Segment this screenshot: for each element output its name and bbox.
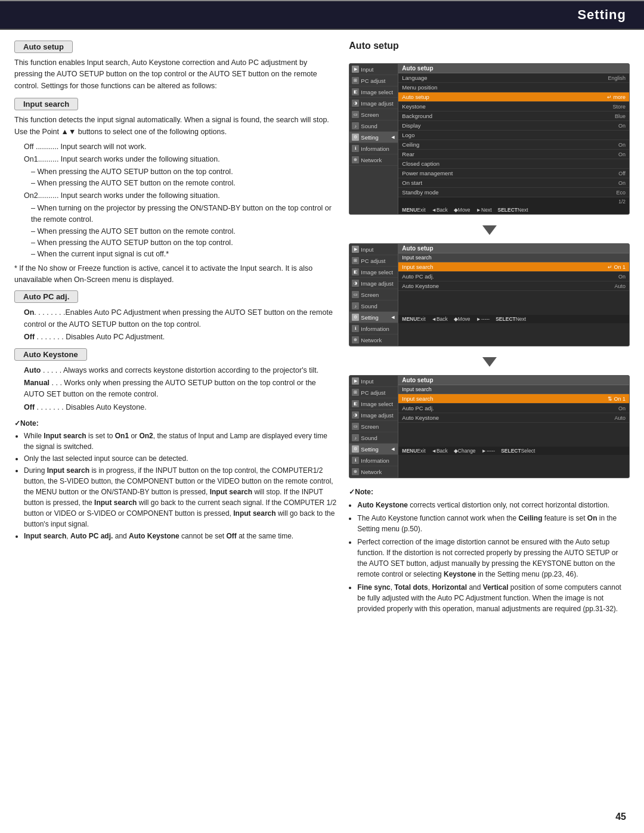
note-item-1: While Input search is set to On1 or On2,… — [24, 431, 337, 452]
auto-keystone-auto-line: Auto . . . . . Always works and corrects… — [24, 365, 337, 376]
sound3-icon: ♪ — [352, 434, 359, 441]
off-line: Off ........... Input search will not wo… — [24, 141, 337, 153]
note-label: ✓Note: — [14, 418, 337, 429]
ui-main-header-1: Auto setup — [398, 64, 629, 73]
network3-icon: ⊕ — [352, 468, 359, 475]
sidebar3-item-screen: ▭ Screen — [349, 421, 398, 432]
sidebar-item-imageselect: ◧ Image select — [349, 86, 398, 98]
auto-keystone-manual-line: Manual . . . Works only when pressing th… — [24, 377, 337, 401]
row-display: DisplayOn — [398, 121, 629, 131]
screen2-icon: ▭ — [352, 291, 359, 298]
sound-icon: ♪ — [352, 122, 359, 129]
right-note-2: The Auto Keystone function cannot work w… — [357, 513, 630, 534]
imageadjust-icon: ◑ — [352, 100, 359, 107]
setting3-icon: ⚙ — [352, 445, 359, 453]
left-column: Auto setup This function enables Input s… — [14, 41, 337, 617]
screen-icon: ▭ — [352, 111, 359, 118]
row-onstart: On startOn — [398, 178, 629, 188]
input-icon: ▶ — [352, 66, 359, 73]
arrow-down-2 — [482, 357, 497, 367]
sidebar-item-sound: ♪ Sound — [349, 120, 398, 132]
sidebar2-item-imageselect: ◧ Image select — [349, 267, 398, 278]
ui-panel-2: ▶ Input ⊞ PC adjust ◧ Image select ◑ Ima… — [349, 243, 630, 346]
sidebar-item-setting: ⚙ Setting ◄ — [349, 132, 398, 143]
page-number: 45 — [615, 812, 626, 822]
sidebar-item-input: ▶ Input — [349, 64, 398, 75]
on1-bullet-2: – When pressing the AUTO SET button on t… — [31, 178, 337, 189]
row-powermanagement: Power managementOff — [398, 169, 629, 178]
input-search-badge: Input search — [14, 98, 78, 110]
imageselect2-icon: ◧ — [352, 268, 359, 275]
on2-bullet-3: – When pressing the AUTO SETUP button on… — [31, 237, 337, 249]
row-autosetup: Auto setup↵ more — [398, 92, 629, 102]
sidebar-item-imageadjust: ◑ Image adjust — [349, 98, 398, 109]
sidebar2-item-information: ℹ Information — [349, 323, 398, 335]
ui-bottom-bar-3: MENUExit ◄Back ◆Change ►----- SELECTSele… — [398, 447, 629, 455]
right-auto-setup-title: Auto setup — [349, 41, 630, 51]
auto-keystone-off-line: Off . . . . . . . Disables Auto Keystone… — [24, 402, 337, 413]
sub-header-3: Input search — [398, 385, 629, 394]
row2-autopcadj: Auto PC adj.On — [398, 272, 629, 281]
sidebar2-item-input: ▶ Input — [349, 244, 398, 255]
row2-inputsearch: Input search↵ On 1 — [398, 262, 629, 272]
ui-main-header-3: Auto setup — [398, 376, 629, 385]
imageselect3-icon: ◧ — [352, 400, 359, 407]
row-background: BackgroundBlue — [398, 112, 629, 121]
on1-line: On1.......... Input search works under t… — [24, 154, 337, 165]
row-menuposition: Menu position — [398, 83, 629, 92]
arrow-down-1 — [482, 225, 497, 235]
right-note-4: Fine sync, Total dots, Horizontal and Ve… — [357, 582, 630, 614]
sidebar3-item-imageselect: ◧ Image select — [349, 398, 398, 410]
sidebar2-item-screen: ▭ Screen — [349, 289, 398, 301]
row-keystone: KeystoneStore — [398, 102, 629, 112]
on2-line: On2.......... Input search works under t… — [24, 190, 337, 202]
auto-setup-intro: This function enables Input search, Auto… — [14, 57, 337, 92]
row-language: LanguageEnglish — [398, 73, 629, 83]
input-search-intro: This function detects the input signal a… — [14, 114, 337, 138]
ui-sidebar-2: ▶ Input ⊞ PC adjust ◧ Image select ◑ Ima… — [349, 244, 398, 346]
on1-bullet-1: – When pressing the AUTO SETUP button on… — [31, 166, 337, 178]
sidebar2-item-network: ⊕ Network — [349, 335, 398, 346]
screen3-icon: ▭ — [352, 423, 359, 430]
pcadjust2-icon: ⊞ — [352, 257, 359, 264]
auto-pc-on-line: On. . . . . . . .Enables Auto PC Adjustm… — [24, 307, 337, 330]
sidebar3-item-network: ⊕ Network — [349, 466, 398, 478]
information3-icon: ℹ — [352, 457, 359, 464]
on2-bullet-1: – When turning on the projector by press… — [31, 203, 337, 226]
sidebar3-item-setting: ⚙ Setting ◄ — [349, 444, 398, 455]
sidebar3-item-input: ▶ Input — [349, 376, 398, 387]
right-notes: ✓Note: Auto Keystone corrects vertical d… — [349, 487, 630, 617]
ui-bottom-bar-2: MENUExit ◄Back ◆Move ►----- SELECTNext — [398, 315, 629, 323]
sidebar2-item-setting: ⚙ Setting ◄ — [349, 312, 398, 323]
imageselect-icon: ◧ — [352, 88, 359, 95]
input2-icon: ▶ — [352, 246, 359, 253]
sidebar2-item-pcadjust: ⊞ PC adjust — [349, 255, 398, 267]
input3-icon: ▶ — [352, 377, 359, 385]
auto-pc-adj-badge: Auto PC adj. — [14, 290, 78, 303]
right-note-3: Perfect correction of the image distorti… — [357, 537, 630, 580]
ui-sidebar-1: ▶ Input ⊞ PC adjust ◧ Image select ◑ Ima… — [349, 64, 398, 214]
pcadjust-icon: ⊞ — [352, 77, 359, 84]
setting2-icon: ⚙ — [352, 314, 359, 321]
sidebar2-item-sound: ♪ Sound — [349, 301, 398, 312]
page-title: Setting — [577, 7, 626, 22]
network2-icon: ⊕ — [352, 336, 359, 343]
sidebar-item-pcadjust: ⊞ PC adjust — [349, 75, 398, 86]
auto-pc-off-line: Off . . . . . . . Disables Auto PC Adjus… — [24, 332, 337, 343]
setting-icon: ⚙ — [352, 134, 359, 141]
row-closedcaption: Closed caption — [398, 159, 629, 169]
sound2-icon: ♪ — [352, 302, 359, 309]
note-item-4: Input search, Auto PC adj. and Auto Keys… — [24, 531, 337, 541]
imageadjust2-icon: ◑ — [352, 280, 359, 287]
asterisk-note: * If the No show or Freeze function is a… — [14, 263, 337, 286]
pcadjust3-icon: ⊞ — [352, 389, 359, 396]
page-header: Setting — [0, 1, 644, 30]
information-icon: ℹ — [352, 145, 359, 152]
note-item-3: During Input search is in progress, if t… — [24, 465, 337, 529]
sidebar2-item-imageadjust: ◑ Image adjust — [349, 278, 398, 289]
row-logo: Logo — [398, 131, 629, 140]
auto-setup-badge: Auto setup — [14, 41, 73, 53]
network-icon: ⊕ — [352, 156, 359, 163]
row-ceiling: CeilingOn — [398, 140, 629, 150]
imageadjust3-icon: ◑ — [352, 411, 359, 419]
